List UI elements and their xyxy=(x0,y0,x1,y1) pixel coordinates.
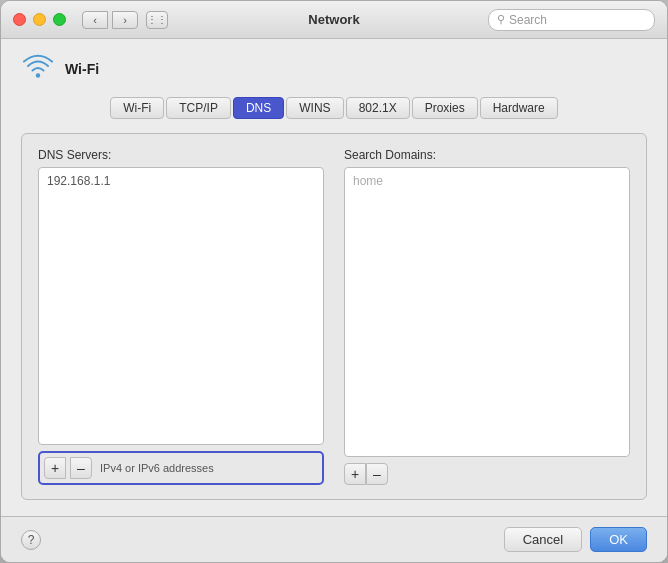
search-domain-placeholder: home xyxy=(353,174,621,188)
tab-8021x[interactable]: 802.1X xyxy=(346,97,410,119)
tab-dns[interactable]: DNS xyxy=(233,97,284,119)
search-domains-label: Search Domains: xyxy=(344,148,630,162)
tab-proxies[interactable]: Proxies xyxy=(412,97,478,119)
minimize-button[interactable] xyxy=(33,13,46,26)
content: Wi-Fi Wi-Fi TCP/IP DNS WINS 802.1X Proxi… xyxy=(1,39,667,516)
close-button[interactable] xyxy=(13,13,26,26)
dns-add-button[interactable]: + xyxy=(44,457,66,479)
domain-add-button[interactable]: + xyxy=(344,463,366,485)
nav-buttons: ‹ › xyxy=(82,11,138,29)
domain-remove-button[interactable]: – xyxy=(366,463,388,485)
search-placeholder: Search xyxy=(509,13,646,27)
tabs: Wi-Fi TCP/IP DNS WINS 802.1X Proxies Har… xyxy=(21,97,647,119)
maximize-button[interactable] xyxy=(53,13,66,26)
dns-servers-label: DNS Servers: xyxy=(38,148,324,162)
search-bar[interactable]: ⚲ Search xyxy=(488,9,655,31)
titlebar: ‹ › ⋮⋮ Network ⚲ Search xyxy=(1,1,667,39)
window-title: Network xyxy=(308,12,359,27)
back-button[interactable]: ‹ xyxy=(82,11,108,29)
wifi-header: Wi-Fi xyxy=(21,55,647,83)
search-domains-controls: + – xyxy=(344,463,630,485)
tab-hardware[interactable]: Hardware xyxy=(480,97,558,119)
dns-servers-controls: + – IPv4 or IPv6 addresses xyxy=(38,451,324,485)
wifi-label: Wi-Fi xyxy=(65,61,99,77)
cancel-button[interactable]: Cancel xyxy=(504,527,582,552)
svg-point-0 xyxy=(36,73,40,77)
help-button[interactable]: ? xyxy=(21,530,41,550)
forward-button[interactable]: › xyxy=(112,11,138,29)
search-domains-column: Search Domains: home + – xyxy=(344,148,630,485)
dns-servers-column: DNS Servers: 192.168.1.1 + – IPv4 or IPv… xyxy=(38,148,324,485)
tab-wins[interactable]: WINS xyxy=(286,97,343,119)
main-panel: DNS Servers: 192.168.1.1 + – IPv4 or IPv… xyxy=(21,133,647,500)
tab-tcpip[interactable]: TCP/IP xyxy=(166,97,231,119)
search-icon: ⚲ xyxy=(497,13,505,26)
ok-button[interactable]: OK xyxy=(590,527,647,552)
dns-remove-button[interactable]: – xyxy=(70,457,92,479)
window: ‹ › ⋮⋮ Network ⚲ Search Wi-Fi xyxy=(0,0,668,563)
search-domains-list[interactable]: home xyxy=(344,167,630,457)
tab-wifi[interactable]: Wi-Fi xyxy=(110,97,164,119)
wifi-icon xyxy=(21,55,55,83)
dns-server-item: 192.168.1.1 xyxy=(47,174,315,188)
bottom-bar: ? Cancel OK xyxy=(1,516,667,562)
grid-button[interactable]: ⋮⋮ xyxy=(146,11,168,29)
traffic-lights xyxy=(13,13,66,26)
columns: DNS Servers: 192.168.1.1 + – IPv4 or IPv… xyxy=(38,148,630,485)
dns-hint: IPv4 or IPv6 addresses xyxy=(100,462,214,474)
dns-servers-list[interactable]: 192.168.1.1 xyxy=(38,167,324,445)
bottom-actions: Cancel OK xyxy=(504,527,647,552)
